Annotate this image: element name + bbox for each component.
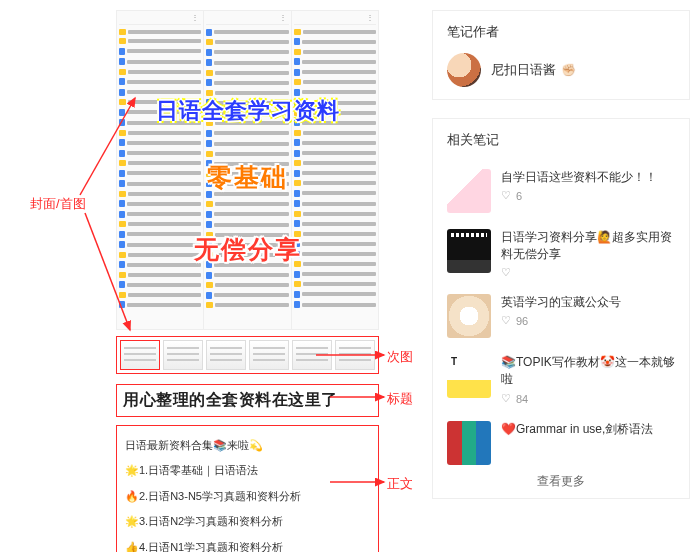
body-line-3: 🌟3.日语N2学习真题和资料分析 bbox=[125, 514, 370, 529]
related-thumb bbox=[447, 421, 491, 465]
thumbnail-1[interactable] bbox=[120, 340, 160, 370]
related-title: 日语学习资料分享🙋超多实用资料无偿分享 bbox=[501, 229, 675, 264]
sidebar: 笔记作者 尼扣日语酱 ✊🏻 相关笔记 自学日语这些资料不能少！！ 6 bbox=[432, 10, 690, 517]
related-card: 相关笔记 自学日语这些资料不能少！！ 6 日语学习资料分享🙋超多实用资料无偿分享 bbox=[432, 118, 690, 499]
related-title: 自学日语这些资料不能少！！ bbox=[501, 169, 675, 186]
heart-icon bbox=[501, 191, 511, 201]
thumbnail-5[interactable] bbox=[292, 340, 332, 370]
file-columns-bg bbox=[117, 11, 378, 329]
post-column: 日语全套学习资料 零基础 无偿分享 用心整理的全套资料在这里了 日语最新资料合集… bbox=[116, 10, 379, 552]
post-body: 日语最新资料合集📚来啦💫 🌟1.日语零基础｜日语语法 🔥2.日语N3-N5学习真… bbox=[116, 425, 379, 552]
author-card: 笔记作者 尼扣日语酱 ✊🏻 bbox=[432, 10, 690, 100]
related-title: 📚TOPIK写作教材🤡这一本就够啦 bbox=[501, 354, 675, 389]
body-line-0: 日语最新资料合集📚来啦💫 bbox=[125, 438, 370, 453]
related-item[interactable]: 日语学习资料分享🙋超多实用资料无偿分享 bbox=[447, 221, 675, 286]
callout-title: 标题 bbox=[387, 390, 413, 408]
author-header: 笔记作者 bbox=[447, 23, 675, 41]
like-row[interactable]: 84 bbox=[501, 393, 675, 405]
author-avatar[interactable] bbox=[447, 53, 481, 87]
body-line-4: 👍4.日语N1学习真题和资料分析 bbox=[125, 540, 370, 552]
body-line-1: 🌟1.日语零基础｜日语语法 bbox=[125, 463, 370, 478]
callout-cover: 封面/首图 bbox=[30, 195, 86, 213]
related-item[interactable]: 📚TOPIK写作教材🤡这一本就够啦 84 bbox=[447, 346, 675, 413]
cover-image[interactable]: 日语全套学习资料 零基础 无偿分享 bbox=[116, 10, 379, 330]
related-thumb bbox=[447, 294, 491, 338]
like-row[interactable]: 6 bbox=[501, 190, 675, 202]
author-name: 尼扣日语酱 bbox=[491, 62, 556, 77]
related-title: ❤️Grammar in use,剑桥语法 bbox=[501, 421, 675, 438]
heart-icon bbox=[501, 394, 511, 404]
like-count: 96 bbox=[516, 315, 528, 327]
related-header: 相关笔记 bbox=[447, 131, 675, 149]
author-row[interactable]: 尼扣日语酱 ✊🏻 bbox=[447, 53, 675, 87]
see-more-button[interactable]: 查看更多 bbox=[447, 467, 675, 492]
like-count: 6 bbox=[516, 190, 522, 202]
like-row[interactable]: 96 bbox=[501, 315, 675, 327]
callout-thumbs: 次图 bbox=[387, 348, 413, 366]
related-item[interactable]: 英语学习的宝藏公众号 96 bbox=[447, 286, 675, 346]
heart-icon bbox=[501, 268, 511, 278]
related-item[interactable]: 自学日语这些资料不能少！！ 6 bbox=[447, 161, 675, 221]
related-title: 英语学习的宝藏公众号 bbox=[501, 294, 675, 311]
hand-icon: ✊🏻 bbox=[561, 63, 576, 77]
like-row[interactable] bbox=[501, 268, 675, 278]
thumbnail-3[interactable] bbox=[206, 340, 246, 370]
related-thumb bbox=[447, 169, 491, 213]
related-thumb bbox=[447, 229, 491, 273]
like-count: 84 bbox=[516, 393, 528, 405]
thumbnail-2[interactable] bbox=[163, 340, 203, 370]
related-thumb bbox=[447, 354, 491, 398]
thumbnail-6[interactable] bbox=[335, 340, 375, 370]
heart-icon bbox=[501, 316, 511, 326]
post-title: 用心整理的全套资料在这里了 bbox=[116, 384, 379, 417]
thumbnail-strip bbox=[116, 336, 379, 374]
body-line-2: 🔥2.日语N3-N5学习真题和资料分析 bbox=[125, 489, 370, 504]
thumbnail-4[interactable] bbox=[249, 340, 289, 370]
related-item[interactable]: ❤️Grammar in use,剑桥语法 bbox=[447, 413, 675, 467]
callout-body: 正文 bbox=[387, 475, 413, 493]
